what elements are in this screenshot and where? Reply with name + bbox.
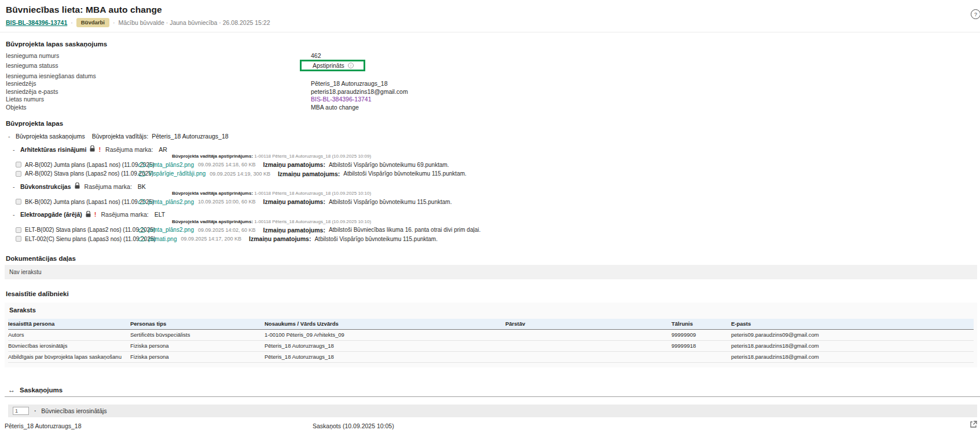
manager-name: Pēteris_18 Autoruzraugs_18 <box>152 133 229 140</box>
collapse-toggle-icon[interactable]: - <box>8 133 12 140</box>
collapse-toggle-icon[interactable]: - <box>13 211 17 218</box>
group-name: Elektroapgāde (ārējā) <box>20 211 82 218</box>
row-checkbox[interactable] <box>16 162 21 167</box>
file-meta: 09.09.2025 14:02, 60 KB <box>198 227 256 233</box>
meta-separator: · <box>113 19 115 26</box>
page-row-title: AR-B(002) Stava plans (Lapas2 nos) (11.0… <box>25 170 136 177</box>
table-row: Būvniecības ierosinātājs Fiziska persona… <box>8 340 974 351</box>
lock-icon <box>86 211 91 219</box>
page-row: ELT-002(C) Sienu plans (Lapas3 nos) (11.… <box>16 235 977 243</box>
agreement-role: Būvniecības ierosinātājs <box>41 407 107 414</box>
reason-label: Izmaiņu pamatojums: <box>263 227 325 234</box>
lock-icon <box>90 145 95 154</box>
approval-label: Būvprojekta vadītāja apstiprinājums: <box>172 219 253 224</box>
cell-talrunis: 99999909 <box>671 329 731 340</box>
page-row: BK-B(002) Jumta plans (Lapas1 nos) (11.0… <box>16 198 977 206</box>
row-checkbox[interactable] <box>16 199 21 205</box>
approval-value: 1-00118 Pēteris_18 Autoruzraugs_18 (10.0… <box>254 154 371 159</box>
stage-badge: Būvdarbi <box>76 18 109 27</box>
cell-talrunis: 99999918 <box>671 340 731 351</box>
reason-text: Atbilstoši Vispārīgo būvnoteikumu 115.pu… <box>329 199 452 205</box>
meta-separator: · <box>71 19 73 26</box>
field-value: 462 <box>311 52 321 59</box>
column-header: E-pasts <box>731 319 974 329</box>
row-checkbox[interactable] <box>16 171 21 177</box>
file-link[interactable]: Vispārīgie_rādītāji.png <box>148 170 205 177</box>
file-link[interactable]: jumta_plāns2.png <box>148 227 194 233</box>
group-approval-line: Būvprojekta vadītāja apstiprinājums: 1-0… <box>172 154 977 159</box>
group-name: Arhitektūras risinājumi <box>20 146 86 154</box>
file-meta: 09.09.2025 14:19, 300 KB <box>210 171 270 177</box>
info-icon[interactable]: i <box>348 63 354 68</box>
row-checkbox[interactable] <box>16 227 21 233</box>
mark-value: BK <box>138 183 146 191</box>
cell-nosaukums: Pēteris_18 Autoruzraugs_18 <box>265 340 505 351</box>
table-header-row: Iesaistītā persona Personas tips Nosauku… <box>8 319 974 329</box>
field-label: Iesnieguma statuss <box>6 62 311 69</box>
file-link[interactable]: jumta_plāns2.png <box>148 162 194 168</box>
column-header: Personas tips <box>130 319 265 329</box>
field-label: Iesniedzēja e-pasts <box>6 88 311 95</box>
participants-table: Iesaistītā persona Personas tips Nosauku… <box>8 319 974 363</box>
tree-root-label: Būvprojekta saskaņojums <box>16 133 85 140</box>
mark-value: ELT <box>155 211 165 218</box>
page-row-title: BK-B(002) Jumta plans (Lapas1 nos) (11.0… <box>25 199 136 205</box>
reason-label: Izmaiņu pamatojums: <box>263 198 325 205</box>
cell-tips: Fiziska persona <box>130 340 265 351</box>
external-link-icon[interactable] <box>970 420 977 430</box>
file-meta: 10.09.2025 10:00, 60 KB <box>198 199 256 205</box>
approval-section-heading: Būvprojekta lapas saskaņojums <box>6 41 643 48</box>
order-input[interactable]: 1 <box>13 407 29 415</box>
project-pages-heading: Būvprojekta lapas <box>6 120 977 127</box>
field-value: peteris18.paraudzins18@gmail.com <box>311 88 408 95</box>
page-row-title: AR-B(002) Jumta plans (Lapas1 nos) (11.0… <box>25 162 136 168</box>
mark-label: Rasējuma marka: <box>105 146 153 154</box>
swap-arrows-icon[interactable]: ↔ <box>8 386 15 394</box>
page-row-title: ELT-B(002) Stava plans (Lapas2 nos) (11.… <box>25 227 136 233</box>
documentation-heading: Dokumentācijas daļas <box>6 255 76 262</box>
header-divider <box>0 32 980 32</box>
page-group-buvkonstrukcijas: - Būvkonstrukcijas Rasējuma marka: BK Bū… <box>13 183 977 206</box>
field-label: Iesnieguma numurs <box>6 52 311 59</box>
documentation-empty-band: Nav ierakstu <box>5 265 977 279</box>
reason-text: Atbilstoši Būvniecības likuma 16. panta … <box>329 227 480 233</box>
file-link[interactable]: jumta_plāns2.png <box>148 199 194 205</box>
case-number-link[interactable]: BIS-BL-384396-13741 <box>6 19 67 26</box>
approval-value: 1-00118 Pēteris_18 Autoruzraugs_18 (10.0… <box>254 191 371 196</box>
page-row-title: ELT-002(C) Sienu plans (Lapas3 nos) (11.… <box>25 236 136 242</box>
field-value: MBA auto change <box>311 104 359 111</box>
page-row: AR-B(002) Jumta plans (Lapas1 nos) (11.0… <box>16 161 977 169</box>
field-label: Lietas numurs <box>6 96 311 103</box>
order-separator: · <box>34 406 36 416</box>
agreement-divider <box>5 396 980 397</box>
reason-label: Izmaiņu pamatojums: <box>263 161 325 168</box>
agreement-order-band: 1 · Būvniecības ierosinātājs <box>8 405 977 417</box>
group-header: - Arhitektūras risinājumi ! Rasējuma mar… <box>13 145 977 154</box>
collapse-toggle-icon[interactable]: - <box>13 146 17 154</box>
field-value: Pēteris_18 Autoruzraugs_18 <box>311 80 388 87</box>
file-link[interactable]: pamati.png <box>148 236 177 242</box>
field-row-objekts: Objekts MBA auto change <box>6 103 643 111</box>
cell-persona: Būvniecības ierosinātājs <box>8 340 130 351</box>
column-header: Tālrunis <box>671 319 731 329</box>
group-approval-line: Būvprojekta vadītāja apstiprinājums: 1-0… <box>172 219 977 225</box>
page-header: Būvniecības lieta: MBA auto change <box>6 5 162 15</box>
case-meta-line: BIS-BL-384396-13741 · Būvdarbi · Mācību … <box>6 18 270 27</box>
cell-persona: Autors <box>8 329 130 340</box>
help-icon[interactable]: ? <box>971 9 980 19</box>
collapse-toggle-icon[interactable]: - <box>13 183 17 191</box>
field-row-iesniegsanas-datums: Iesnieguma iesniegšanas datums <box>6 72 643 79</box>
column-header: Nosaukums / Vārds Uzvārds <box>265 319 505 329</box>
cell-epasts: peteris18.paraudzins18@gmail.com <box>731 351 974 362</box>
row-checkbox[interactable] <box>16 236 21 242</box>
group-header: - Būvkonstrukcijas Rasējuma marka: BK <box>13 183 977 191</box>
approval-section: Būvprojekta lapas saskaņojums Iesnieguma… <box>6 41 643 111</box>
agreement-status: Saskaņots (10.09.2025 10:05) <box>313 422 394 429</box>
field-row-iesniedzejs: Iesniedzējs Pēteris_18 Autoruzraugs_18 <box>6 80 643 88</box>
case-number-purple-link[interactable]: BIS-BL-384396-13741 <box>311 96 372 103</box>
reason-label: Izmaiņu pamatojums: <box>249 235 311 242</box>
cell-epasts: peteris18.paraudzins18@gmail.com <box>731 340 974 351</box>
agreement-heading: Saskaņojums <box>20 387 63 393</box>
agreement-heading-row: ↔ Saskaņojums <box>8 386 63 394</box>
manager-label: Būvprojekta vadītājs: <box>92 133 148 140</box>
